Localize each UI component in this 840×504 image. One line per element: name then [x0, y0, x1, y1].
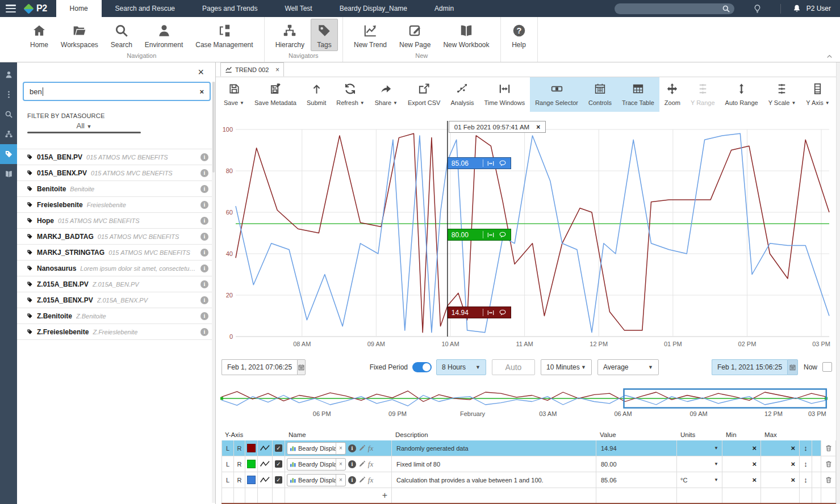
ribbon-item-workspaces[interactable]: Workspaces	[55, 19, 105, 51]
toolbar-submit-button[interactable]: Submit	[302, 77, 331, 112]
units-dropdown[interactable]: ▼	[677, 456, 722, 472]
info-icon[interactable]: i	[200, 328, 208, 336]
line-style-cell[interactable]	[258, 440, 273, 456]
ribbon-item-new-trend[interactable]: New Trend	[348, 19, 393, 51]
edit-icon[interactable]	[358, 460, 366, 468]
toolbar-y-scale-button[interactable]: Y Scale▼	[763, 77, 801, 112]
info-icon[interactable]: i	[200, 280, 208, 288]
tag-list-item[interactable]: 015A_BEN.PV015 ATMOS MVC BENEFITSi	[17, 149, 215, 165]
delete-trace-icon[interactable]	[825, 444, 833, 452]
range-arrow-icon[interactable]	[486, 309, 495, 317]
clear-min-icon[interactable]: ×	[752, 460, 757, 468]
trace-color-cell[interactable]	[245, 456, 258, 472]
close-cursor-icon[interactable]: ×	[536, 123, 540, 131]
topbar-tab-pages-and-trends[interactable]: Pages and Trends	[189, 0, 271, 17]
toolbar-y-axis-button[interactable]: Y Axis▼	[801, 77, 834, 112]
clear-min-icon[interactable]: ×	[752, 476, 757, 484]
visibility-cell[interactable]: ✓	[273, 440, 285, 456]
info-icon[interactable]: i	[348, 444, 356, 452]
info-icon[interactable]: i	[200, 217, 208, 225]
line-style-icon[interactable]	[260, 444, 270, 452]
fixed-period-toggle[interactable]	[412, 362, 432, 372]
delete-trace-icon[interactable]	[825, 476, 833, 484]
panel-scrollbar[interactable]	[212, 82, 215, 503]
clear-max-icon[interactable]: ×	[791, 476, 795, 484]
ribbon-item-new-page[interactable]: New Page	[393, 19, 437, 51]
clear-min-icon[interactable]: ×	[752, 444, 757, 452]
fx-icon[interactable]: fx	[368, 460, 373, 469]
trend-chart[interactable]: 02040608010008 AM09 AM10 AM11 AM12 PM01 …	[220, 115, 832, 358]
units-dropdown[interactable]: ▼	[677, 440, 722, 456]
lightbulb-icon[interactable]	[753, 4, 762, 14]
info-icon[interactable]: i	[348, 460, 356, 468]
table-row[interactable]: LR✓Beardy Display_...×ifxRandomly genera…	[222, 440, 836, 456]
tag-list-item[interactable]: MARKJ_STRINGTAG015 ATMOS MVC BENEFITSi	[17, 244, 215, 260]
search-icon[interactable]	[722, 5, 730, 13]
info-icon[interactable]: i	[348, 476, 356, 484]
topbar-tab-well-test[interactable]: Well Test	[271, 0, 325, 17]
trace-name-chip[interactable]: Beardy Display_...×	[287, 474, 346, 486]
trace-name-chip[interactable]: Beardy Display_...×	[287, 458, 346, 471]
tag-list-item[interactable]: BenitoiteBenitoitei	[17, 180, 215, 196]
sidebar-item-more[interactable]	[0, 85, 17, 104]
edit-icon[interactable]	[358, 476, 366, 484]
toolbar-analysis-button[interactable]: Analysis	[445, 77, 479, 112]
tag-list-item[interactable]: Z.BenitoiteZ.Benitoitei	[17, 308, 215, 324]
period-dropdown[interactable]: 8 Hours▼	[436, 359, 486, 375]
close-panel-icon[interactable]: ×	[198, 67, 204, 77]
topbar-search-input[interactable]	[620, 5, 722, 12]
main-scrollbar[interactable]	[836, 62, 840, 504]
info-icon[interactable]: i	[200, 249, 208, 257]
autoscale-icon[interactable]: ↕	[804, 460, 808, 468]
info-icon[interactable]: i	[200, 264, 208, 272]
method-dropdown[interactable]: Average▼	[597, 359, 659, 375]
close-tab-icon[interactable]: ×	[275, 66, 279, 74]
color-swatch[interactable]	[247, 460, 256, 468]
tag-list-item[interactable]: NanosaurusLorem ipsum dolor sit amet, co…	[17, 260, 215, 276]
sidebar-item-tags[interactable]	[0, 144, 17, 164]
tag-list-item[interactable]: FreieslebeniteFreieslebenitei	[17, 196, 215, 212]
toolbar-time-windows-button[interactable]: Time Windows	[479, 77, 530, 112]
ribbon-item-new-workbook[interactable]: New Workbook	[437, 19, 495, 51]
color-swatch[interactable]	[247, 444, 256, 452]
fx-icon[interactable]: fx	[368, 476, 373, 485]
remove-trace-icon[interactable]: ×	[336, 443, 345, 454]
collapse-ribbon-icon[interactable]	[826, 53, 833, 60]
toolbar-export-csv-button[interactable]: Export CSV	[403, 77, 445, 112]
now-checkbox[interactable]	[822, 362, 832, 372]
end-calendar-button[interactable]	[787, 359, 798, 375]
add-trace-button[interactable]: +	[382, 490, 387, 501]
axis-right-button[interactable]: R	[234, 440, 245, 456]
topbar-search[interactable]	[615, 3, 734, 14]
toolbar-save-metadata-button[interactable]: Save Metadata	[249, 77, 302, 112]
notifications-bell-icon[interactable]	[792, 4, 801, 13]
toolbar-refresh-button[interactable]: Refresh▼	[331, 77, 369, 112]
comment-bubble-icon[interactable]	[498, 231, 507, 239]
ribbon-item-help[interactable]: ?Help	[505, 19, 533, 51]
toolbar-save-button[interactable]: Save▼	[219, 77, 249, 112]
auto-button[interactable]: Auto	[492, 359, 535, 375]
axis-left-button[interactable]: L	[222, 472, 234, 488]
toolbar-auto-range-button[interactable]: Auto Range	[720, 77, 763, 112]
interval-dropdown[interactable]: 10 Minutes▼	[541, 359, 592, 375]
info-icon[interactable]: i	[200, 169, 208, 177]
line-style-cell[interactable]	[258, 472, 273, 488]
end-date-input[interactable]: Feb 1, 2021 15:06:25	[712, 359, 787, 375]
sidebar-item-library[interactable]	[0, 164, 17, 184]
sidebar-item-user[interactable]	[0, 65, 17, 85]
datasource-dropdown[interactable]: All ▼	[27, 121, 141, 130]
delete-trace-icon[interactable]	[825, 460, 833, 468]
fx-icon[interactable]: fx	[368, 444, 373, 453]
topbar-tab-search-and-rescue[interactable]: Search and Rescue	[102, 0, 189, 17]
ribbon-item-search[interactable]: Search	[105, 19, 139, 51]
visibility-cell[interactable]: ✓	[273, 472, 285, 488]
remove-trace-icon[interactable]: ×	[336, 459, 345, 470]
comment-bubble-icon[interactable]	[498, 159, 507, 167]
table-row[interactable]: LR✓Beardy Display_...×ifxFixed limit of …	[222, 456, 836, 472]
clear-max-icon[interactable]: ×	[791, 444, 795, 452]
clear-search-icon[interactable]: ×	[199, 87, 204, 96]
toolbar-range-selector-button[interactable]: Range Selector	[530, 77, 583, 112]
toolbar-zoom-button[interactable]: Zoom	[659, 77, 686, 112]
topbar-tab-home[interactable]: Home	[56, 0, 102, 17]
user-menu[interactable]: P2 User	[806, 5, 831, 12]
